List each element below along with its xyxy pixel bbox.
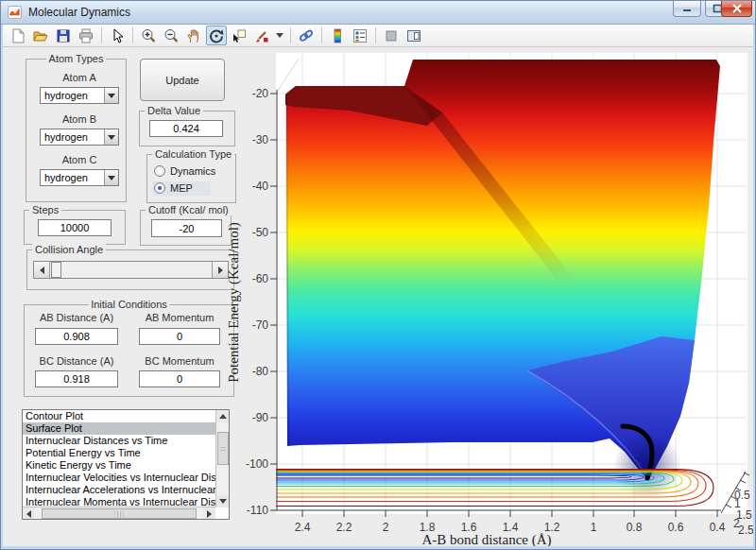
scroll-right-button[interactable] [203, 507, 215, 520]
atom-a-select[interactable]: hydrogen [40, 87, 119, 104]
save-button[interactable] [53, 26, 74, 45]
window-frame-left [0, 25, 3, 550]
link-plots-button[interactable] [296, 26, 317, 45]
slider-left-arrow[interactable] [34, 262, 50, 278]
z-tick-label: -60 [252, 272, 269, 285]
arrow-cursor-button[interactable] [107, 26, 128, 45]
zoom-in-button[interactable] [138, 26, 159, 45]
arrow-cursor-icon [109, 27, 126, 44]
x-tick-labels: 2.4 2.2 2 1.8 1.6 1.4 1.2 1 0.8 0.6 0.4 [295, 521, 726, 534]
toolbar-separator [290, 27, 291, 43]
mep-radio-label[interactable]: MEP [170, 182, 193, 194]
mep-path [623, 426, 652, 478]
collision-angle-slider[interactable] [33, 261, 229, 279]
bc-momentum-field[interactable] [139, 370, 220, 387]
show-plot-tools-icon [405, 27, 422, 44]
matlab-app-icon [8, 6, 22, 19]
horizontal-scrollbar[interactable] [23, 507, 215, 519]
title-bar[interactable]: Molecular Dynamics [0, 0, 756, 25]
atom-a-dropdown-button[interactable] [104, 88, 118, 103]
x-tick-label: 1.2 [544, 521, 560, 534]
y-tick-label: 1 [734, 497, 741, 510]
new-file-button[interactable] [8, 26, 28, 45]
scroll-down-button[interactable] [216, 495, 229, 507]
close-icon [731, 4, 743, 13]
show-plot-tools-button[interactable] [404, 26, 424, 45]
y-tick-labels: 0.5 1 1.5 2 2.5 [733, 489, 754, 537]
zoom-out-button[interactable] [161, 26, 181, 45]
plot-type-listbox[interactable]: Contour Plot Surface Plot Internuclear D… [22, 409, 230, 520]
scroll-up-button[interactable] [216, 410, 229, 422]
x-tick-label: 1.6 [461, 521, 477, 534]
ab-distance-field[interactable] [35, 328, 118, 345]
y-tick-label: 2 [733, 517, 740, 530]
mep-radio[interactable] [154, 182, 165, 194]
list-item[interactable]: Contour Plot [23, 410, 215, 422]
z-tick-label: -100 [246, 457, 268, 471]
ab-momentum-field[interactable] [139, 328, 220, 345]
atom-b-value: hydrogen [41, 129, 104, 145]
pan-hand-button[interactable] [183, 26, 204, 45]
list-item[interactable]: Internuclear Velocities vs Internuclear … [23, 472, 215, 484]
brush-dropdown-button[interactable] [274, 26, 285, 45]
calculation-type-group: Calculation Type [146, 154, 236, 203]
minimize-button[interactable] [673, 0, 701, 17]
chevron-down-icon [108, 176, 115, 180]
plot-canvas[interactable] [276, 53, 747, 514]
colorbar-button[interactable] [327, 26, 348, 45]
window-frame-bottom [0, 546, 756, 550]
atom-b-dropdown-button[interactable] [104, 129, 118, 145]
bc-distance-field[interactable] [35, 370, 118, 387]
data-cursor-button[interactable] [229, 26, 249, 45]
pan-hand-icon [185, 27, 202, 44]
dynamics-radio-label[interactable]: Dynamics [170, 165, 215, 177]
slider-thumb[interactable] [51, 262, 61, 278]
atom-b-select[interactable]: hydrogen [40, 129, 119, 146]
minimize-icon [681, 4, 693, 13]
list-item[interactable]: Internuclear Accelerations vs Internucle… [23, 484, 215, 496]
x-tick-label: 2.2 [336, 521, 352, 534]
delta-value-field[interactable] [149, 120, 223, 137]
well-core-shading [613, 432, 681, 500]
figure-toolbar [3, 25, 753, 47]
brush-button[interactable] [251, 26, 272, 45]
x-tick-label: 1 [591, 521, 597, 534]
calculation-type-legend: Calculation Type [152, 148, 234, 160]
x-tick-label: 1.4 [503, 521, 519, 534]
steps-field[interactable] [38, 219, 112, 236]
cutoff-field[interactable] [151, 219, 222, 237]
dynamics-radio[interactable] [154, 165, 165, 177]
toolbar-separator [132, 27, 133, 43]
hide-plot-tools-button[interactable] [381, 26, 402, 45]
x-tick-label: 0.8 [627, 521, 643, 534]
list-item-selected[interactable]: Surface Plot [23, 422, 215, 435]
vertical-scroll-thumb[interactable] [217, 432, 229, 465]
list-item[interactable]: Potential Energy vs Time [23, 447, 215, 459]
update-button[interactable]: Update [140, 59, 225, 101]
y-tick-label: 1.5 [736, 508, 752, 522]
list-item[interactable]: Internuclear Distances vs Time [23, 435, 215, 447]
close-button[interactable] [721, 0, 752, 17]
horizontal-scroll-thumb[interactable] [42, 508, 197, 519]
z-tick-labels: -20 -30 -40 -50 -60 -70 -80 -90 -100 -11… [246, 87, 268, 517]
atom-c-dropdown-button[interactable] [104, 170, 118, 185]
scroll-left-button[interactable] [23, 507, 35, 520]
y-tick-label: 2.5 [738, 524, 754, 537]
hide-plot-tools-icon [383, 27, 400, 44]
atom-c-select[interactable]: hydrogen [40, 169, 119, 186]
zoom-in-icon [140, 27, 157, 44]
slider-right-arrow[interactable] [212, 262, 228, 278]
z-tick-label: -80 [252, 365, 269, 378]
pes-surface[interactable] [286, 60, 720, 479]
legend-button[interactable] [350, 26, 370, 45]
vertical-scrollbar[interactable] [215, 410, 229, 507]
delta-value-legend: Delta Value [145, 105, 203, 116]
arrow-left-icon [26, 510, 31, 518]
print-button[interactable] [76, 26, 96, 45]
list-item[interactable]: Kinetic Energy vs Time [23, 459, 215, 472]
z-tick-label: -110 [247, 504, 268, 517]
rotate-3d-button[interactable] [206, 26, 227, 45]
toolbar-separator [101, 27, 102, 43]
open-file-button[interactable] [30, 26, 51, 45]
chevron-down-icon [276, 33, 284, 38]
